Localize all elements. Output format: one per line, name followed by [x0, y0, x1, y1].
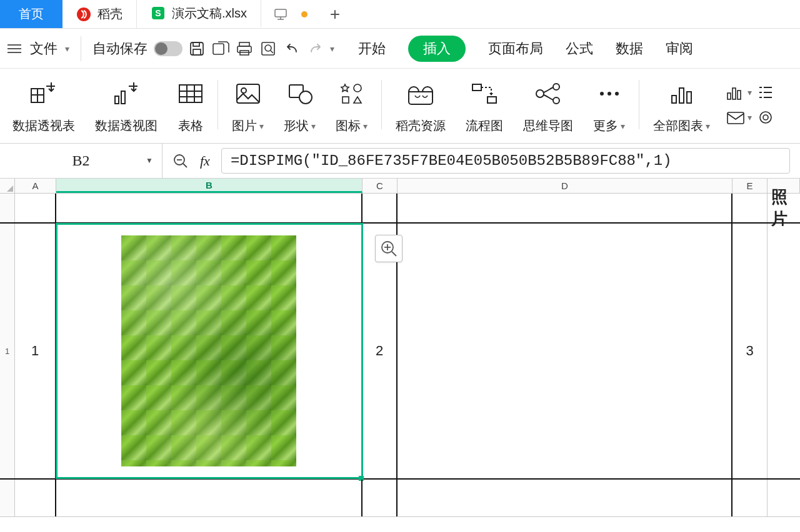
col-E[interactable]: E [732, 179, 768, 193]
shape-button[interactable]: 形状▾ [274, 79, 326, 134]
docer-resource-button[interactable]: 稻壳资源 [386, 79, 456, 134]
pivot-chart-button[interactable]: 数据透视图 [85, 79, 168, 134]
svg-point-53 [760, 112, 771, 123]
table-icon [178, 79, 204, 109]
autosave-toggle[interactable]: 自动保存 [92, 39, 182, 58]
menu-data[interactable]: 数据 [616, 39, 643, 58]
shape-label: 形状▾ [284, 117, 316, 134]
monitor-icon[interactable] [274, 8, 288, 21]
col-A[interactable]: A [15, 179, 56, 193]
menu-insert[interactable]: 插入 [408, 36, 466, 62]
menu-start[interactable]: 开始 [358, 39, 386, 58]
target-icon[interactable] [758, 109, 773, 126]
cell-D2[interactable] [398, 224, 732, 478]
table-label: 表格 [178, 117, 203, 134]
picture-icon [235, 79, 261, 109]
row-header[interactable] [0, 480, 15, 516]
svg-rect-41 [679, 88, 684, 103]
svg-point-27 [241, 88, 246, 93]
cell[interactable] [398, 194, 732, 222]
cell-A2[interactable]: 1 [15, 224, 56, 478]
svg-rect-7 [193, 42, 199, 46]
cell[interactable] [362, 480, 398, 516]
cell[interactable] [732, 194, 768, 222]
print-button[interactable] [235, 39, 254, 58]
cell-name-value: B2 [72, 152, 89, 169]
formula-input[interactable]: =DISPIMG("ID_86FE735F7BE04E05B050B52B5B8… [221, 148, 790, 174]
icon-button[interactable]: 图标▾ [326, 79, 378, 134]
toolbar-more-icon[interactable]: ▾ [330, 44, 334, 54]
svg-line-61 [392, 252, 396, 256]
separator [81, 36, 81, 61]
cell[interactable] [398, 480, 732, 516]
cell[interactable] [15, 480, 56, 516]
embedded-image[interactable] [121, 235, 296, 466]
cell-B2[interactable] [56, 224, 362, 478]
col-D[interactable]: D [398, 179, 732, 193]
pivot-table-button[interactable]: 数据透视表 [2, 79, 85, 134]
chart-icon [668, 79, 696, 109]
icons-icon [339, 79, 365, 109]
redo-button[interactable] [306, 39, 325, 58]
svg-rect-44 [732, 88, 736, 99]
mindmap-icon [534, 79, 562, 109]
select-all-corner[interactable] [0, 179, 15, 193]
undo-button[interactable] [282, 39, 301, 58]
picture-button[interactable]: 图片▾ [222, 79, 274, 134]
menu-review[interactable]: 审阅 [666, 39, 693, 58]
save-as-button[interactable] [211, 39, 230, 58]
fx-label[interactable]: fx [200, 153, 210, 169]
cell-F2[interactable] [768, 224, 800, 478]
new-tab-button[interactable]: + [320, 0, 350, 28]
svg-point-30 [354, 84, 361, 92]
menu-formula[interactable]: 公式 [566, 39, 593, 58]
row-header[interactable] [0, 194, 15, 222]
menu-icon[interactable] [8, 44, 21, 53]
photo-header-cell[interactable]: 照片 [768, 194, 800, 222]
svg-text:S: S [155, 8, 161, 18]
bar-chart-icon[interactable]: ▾ [726, 84, 752, 101]
all-charts-button[interactable]: 全部图表▾ [643, 79, 720, 134]
tab-home[interactable]: 首页 [0, 0, 62, 28]
column-headers: A B C D E [0, 179, 800, 194]
print-preview-button[interactable] [259, 39, 278, 58]
svg-rect-19 [115, 96, 119, 104]
table-button[interactable]: 表格 [168, 79, 214, 134]
zoom-out-icon[interactable] [172, 153, 189, 169]
save-button[interactable] [188, 39, 206, 58]
table-row: 照片 [0, 194, 800, 224]
col-B[interactable]: B [56, 179, 362, 193]
svg-rect-10 [239, 42, 249, 46]
name-box[interactable]: B2 ▼ [0, 144, 162, 178]
envelope-icon[interactable]: ▾ [726, 109, 752, 126]
cell-E2[interactable]: 3 [732, 224, 768, 478]
tab-docer[interactable]: 稻壳 [62, 0, 137, 28]
quick-toolbar: 文件 ▾ 自动保存 ▾ 开始 插入 页面布局 公式 数据 审阅 [0, 29, 800, 69]
list-icon[interactable] [758, 84, 773, 101]
flowchart-button[interactable]: 流程图 [456, 79, 513, 134]
svg-point-37 [600, 92, 604, 96]
spreadsheet-grid[interactable]: A B C D E 照片 1 1 2 3 [0, 179, 800, 517]
svg-rect-8 [193, 49, 201, 55]
more-button[interactable]: 更多▾ [583, 79, 635, 134]
document-tabs: 首页 稻壳 S 演示文稿.xlsx + [0, 0, 800, 29]
status-dot [301, 11, 308, 17]
cell[interactable] [768, 480, 800, 516]
more-icon [597, 79, 622, 109]
file-menu[interactable]: 文件 [30, 39, 58, 58]
cell[interactable] [362, 194, 398, 222]
all-charts-label: 全部图表▾ [653, 117, 710, 134]
switch-icon[interactable] [154, 41, 182, 56]
cell[interactable] [15, 194, 56, 222]
svg-rect-21 [179, 85, 202, 102]
row-header-1[interactable]: 1 [0, 224, 15, 478]
tab-file[interactable]: S 演示文稿.xlsx [137, 0, 261, 28]
cell[interactable] [56, 194, 362, 222]
cell[interactable] [732, 480, 768, 516]
col-C[interactable]: C [362, 179, 398, 193]
zoom-image-button[interactable] [375, 235, 402, 262]
cell[interactable] [56, 480, 362, 516]
menu-layout[interactable]: 页面布局 [488, 39, 543, 58]
mindmap-button[interactable]: 思维导图 [513, 79, 583, 134]
svg-point-36 [553, 97, 559, 104]
